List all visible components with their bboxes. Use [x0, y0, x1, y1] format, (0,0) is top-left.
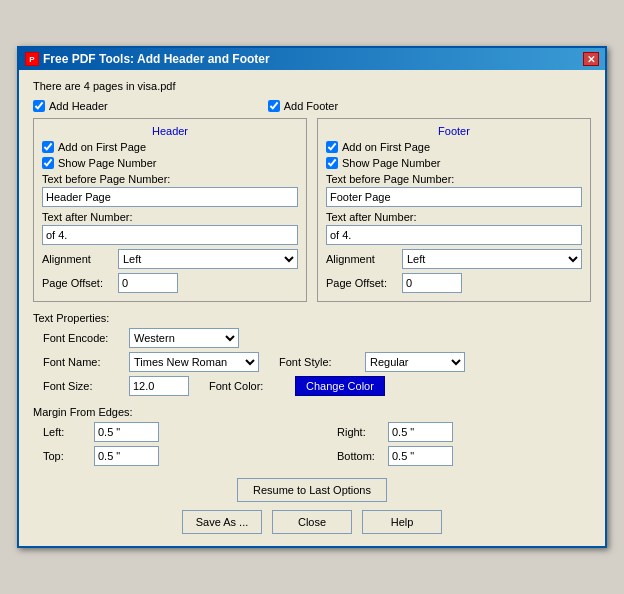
- font-size-color-row: Font Size: Font Color: Change Color: [43, 376, 591, 396]
- add-footer-label: Add Footer: [284, 100, 338, 112]
- add-header-checkbox[interactable]: [33, 100, 45, 112]
- header-alignment-label: Alignment: [42, 253, 112, 265]
- header-offset-row: Page Offset:: [42, 273, 298, 293]
- header-text-after-label: Text after Number:: [42, 211, 298, 223]
- header-text-before-label: Text before Page Number:: [42, 173, 298, 185]
- font-name-row: Font Name: Times New Roman Arial Courier…: [43, 352, 259, 372]
- font-style-label: Font Style:: [279, 356, 359, 368]
- font-row: Font Name: Times New Roman Arial Courier…: [43, 352, 591, 372]
- font-encode-label: Font Encode:: [43, 332, 123, 344]
- footer-text-after-label: Text after Number:: [326, 211, 582, 223]
- header-title: Header: [42, 125, 298, 137]
- add-header-label: Add Header: [49, 100, 108, 112]
- header-text-before-input[interactable]: [42, 187, 298, 207]
- margin-top-row: Top:: [43, 446, 297, 466]
- margin-section: Margin From Edges: Left: Right: Top: Bot…: [33, 406, 591, 466]
- window-title: Free PDF Tools: Add Header and Footer: [43, 52, 270, 66]
- two-col-panels: Header Add on First Page Show Page Numbe…: [33, 118, 591, 302]
- margin-left-row: Left:: [43, 422, 297, 442]
- footer-add-first-page-checkbox[interactable]: [326, 141, 338, 153]
- margin-label: Margin From Edges:: [33, 406, 591, 418]
- margin-right-input[interactable]: [388, 422, 453, 442]
- text-properties-label: Text Properties:: [33, 312, 591, 324]
- footer-offset-row: Page Offset:: [326, 273, 582, 293]
- header-show-page-number-row[interactable]: Show Page Number: [42, 157, 298, 169]
- close-button[interactable]: Close: [272, 510, 352, 534]
- footer-title: Footer: [326, 125, 582, 137]
- margin-top-label: Top:: [43, 450, 88, 462]
- add-header-checkbox-label[interactable]: Add Header: [33, 100, 108, 112]
- footer-offset-label: Page Offset:: [326, 277, 396, 289]
- help-button[interactable]: Help: [362, 510, 442, 534]
- main-window: P Free PDF Tools: Add Header and Footer …: [17, 46, 607, 548]
- footer-alignment-row: Alignment Left Center Right: [326, 249, 582, 269]
- font-size-label: Font Size:: [43, 380, 123, 392]
- margin-top-input[interactable]: [94, 446, 159, 466]
- footer-panel: Footer Add on First Page Show Page Numbe…: [317, 118, 591, 302]
- font-name-label: Font Name:: [43, 356, 123, 368]
- margin-right-row: Right:: [337, 422, 591, 442]
- margin-bottom-label: Bottom:: [337, 450, 382, 462]
- header-offset-label: Page Offset:: [42, 277, 112, 289]
- footer-add-first-page-label: Add on First Page: [342, 141, 430, 153]
- margin-left-input[interactable]: [94, 422, 159, 442]
- font-encode-select[interactable]: Western Eastern European Cyrillic: [129, 328, 239, 348]
- footer-alignment-label: Alignment: [326, 253, 396, 265]
- margin-left-label: Left:: [43, 426, 88, 438]
- margin-right-label: Right:: [337, 426, 382, 438]
- top-checkboxes: Add Header Add Footer: [33, 100, 591, 112]
- change-color-button[interactable]: Change Color: [295, 376, 385, 396]
- bottom-buttons: Save As ... Close Help: [33, 510, 591, 534]
- margin-bottom-row: Bottom:: [337, 446, 591, 466]
- footer-show-page-number-checkbox[interactable]: [326, 157, 338, 169]
- add-footer-checkbox-label[interactable]: Add Footer: [268, 100, 338, 112]
- header-alignment-row: Alignment Left Center Right: [42, 249, 298, 269]
- font-color-label: Font Color:: [209, 380, 289, 392]
- title-bar-left: P Free PDF Tools: Add Header and Footer: [25, 52, 270, 66]
- footer-alignment-select[interactable]: Left Center Right: [402, 249, 582, 269]
- footer-show-page-number-label: Show Page Number: [342, 157, 440, 169]
- header-add-first-page-checkbox[interactable]: [42, 141, 54, 153]
- margin-grid: Left: Right: Top: Bottom:: [33, 422, 591, 466]
- resume-button-row: Resume to Last Options: [33, 478, 591, 502]
- save-as-button[interactable]: Save As ...: [182, 510, 262, 534]
- info-text: There are 4 pages in visa.pdf: [33, 80, 591, 92]
- header-offset-input[interactable]: [118, 273, 178, 293]
- title-bar: P Free PDF Tools: Add Header and Footer …: [19, 48, 605, 70]
- header-panel: Header Add on First Page Show Page Numbe…: [33, 118, 307, 302]
- footer-text-after-input[interactable]: [326, 225, 582, 245]
- font-style-row: Font Style: Regular Bold Italic Bold Ita…: [279, 352, 465, 372]
- footer-text-before-label: Text before Page Number:: [326, 173, 582, 185]
- footer-show-page-number-row[interactable]: Show Page Number: [326, 157, 582, 169]
- font-size-input[interactable]: [129, 376, 189, 396]
- header-add-first-page-label: Add on First Page: [58, 141, 146, 153]
- footer-offset-input[interactable]: [402, 273, 462, 293]
- header-show-page-number-checkbox[interactable]: [42, 157, 54, 169]
- font-style-select[interactable]: Regular Bold Italic Bold Italic: [365, 352, 465, 372]
- margin-bottom-input[interactable]: [388, 446, 453, 466]
- footer-text-before-input[interactable]: [326, 187, 582, 207]
- header-alignment-select[interactable]: Left Center Right: [118, 249, 298, 269]
- font-size-row: Font Size:: [43, 376, 189, 396]
- font-color-row: Font Color: Change Color: [209, 376, 385, 396]
- close-button-icon[interactable]: ✕: [583, 52, 599, 66]
- main-content: There are 4 pages in visa.pdf Add Header…: [19, 70, 605, 546]
- font-name-select[interactable]: Times New Roman Arial Courier New Helvet…: [129, 352, 259, 372]
- add-footer-checkbox[interactable]: [268, 100, 280, 112]
- footer-add-first-page-row[interactable]: Add on First Page: [326, 141, 582, 153]
- header-show-page-number-label: Show Page Number: [58, 157, 156, 169]
- resume-button[interactable]: Resume to Last Options: [237, 478, 387, 502]
- header-text-after-input[interactable]: [42, 225, 298, 245]
- app-icon: P: [25, 52, 39, 66]
- font-encode-row: Font Encode: Western Eastern European Cy…: [43, 328, 591, 348]
- header-add-first-page-row[interactable]: Add on First Page: [42, 141, 298, 153]
